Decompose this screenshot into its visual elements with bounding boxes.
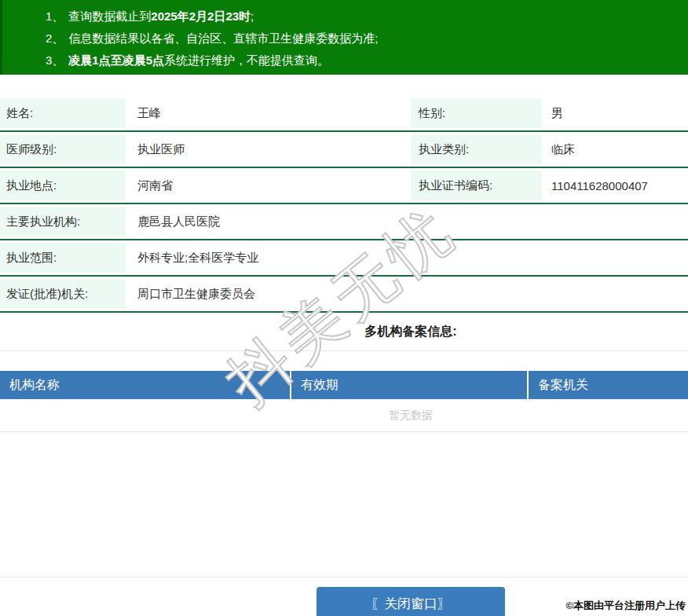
- notice-number: 3、: [46, 53, 64, 67]
- field-label-text: 执业地点:: [0, 178, 57, 193]
- field-label-text: 执业范围:: [0, 251, 57, 266]
- field-label-practice-location: 执业地点:: [0, 168, 126, 203]
- notice-line-3: 3、凌晨1点至凌晨5点系统进行维护，不能提供查询。: [2, 50, 688, 72]
- field-label-practice-category: 执业类别:: [411, 132, 542, 167]
- field-label-text: 姓名:: [0, 106, 33, 121]
- notice-line-2: 2、信息数据结果以各省、自治区、直辖市卫生健康委数据为准;: [2, 28, 688, 50]
- notice-text: 信息数据结果以各省、自治区、直辖市卫生健康委数据为准;: [68, 31, 378, 45]
- field-label-text: 性别:: [411, 106, 445, 121]
- field-label-doctor-level: 医师级别:: [0, 132, 126, 167]
- table-row: 姓名: 王峰 性别: 男: [0, 96, 688, 132]
- field-value-practice-scope: 外科专业;全科医学专业: [126, 240, 688, 275]
- record-table-header-authority: 备案机关: [529, 371, 688, 399]
- record-table-header: 机构名称 有效期 备案机关: [0, 371, 688, 399]
- field-label-gender: 性别:: [411, 96, 542, 130]
- record-table-empty-state: 暂无数据: [0, 399, 688, 432]
- field-label-text: 执业类别:: [411, 142, 469, 157]
- record-table-header-validity: 有效期: [291, 371, 529, 399]
- field-value-doctor-level: 执业医师: [126, 132, 411, 167]
- notice-text: 查询数据截止到: [68, 9, 151, 23]
- notice-text-bold: 凌晨1点至凌晨5点: [68, 53, 164, 67]
- field-value-practice-location: 河南省: [126, 168, 411, 203]
- field-label-text: 主要执业机构:: [0, 214, 80, 229]
- table-row: 医师级别: 执业医师 执业类别: 临床: [0, 132, 688, 168]
- notice-line-1: 1、查询数据截止到2025年2月2日23时;: [2, 6, 688, 28]
- close-window-button[interactable]: 〖关闭窗口〗: [317, 587, 505, 616]
- notice-number: 2、: [46, 31, 64, 45]
- upload-stamp: ©本图由平台注册用户上传: [565, 599, 686, 613]
- field-label-main-institution: 主要执业机构:: [0, 204, 126, 239]
- field-value-name: 王峰: [126, 96, 411, 130]
- notice-text: 系统进行维护，不能提供查询。: [164, 53, 329, 67]
- footer-divider: [0, 577, 688, 578]
- multi-institution-section-title: 多机构备案信息:: [0, 313, 688, 351]
- field-value-gender: 男: [542, 96, 688, 130]
- table-row: 主要执业机构: 鹿邑县人民医院: [0, 204, 688, 240]
- field-value-certificate-number: 110411628000407: [542, 168, 688, 203]
- table-row: 发证(批准)机关: 周口市卫生健康委员会: [0, 277, 688, 313]
- content-container: 姓名: 王峰 性别: 男 医师级别: 执业医师 执业类别: 临床 执业地点: 河…: [0, 96, 688, 432]
- practitioner-info-table: 姓名: 王峰 性别: 男 医师级别: 执业医师 执业类别: 临床 执业地点: 河…: [0, 96, 688, 313]
- field-value-practice-category: 临床: [542, 132, 688, 167]
- field-label-text: 执业证书编码:: [411, 178, 492, 193]
- notice-text: ;: [251, 9, 254, 23]
- query-result-page: 1、查询数据截止到2025年2月2日23时; 2、信息数据结果以各省、自治区、直…: [0, 0, 688, 616]
- field-label-text: 医师级别:: [0, 142, 57, 157]
- notice-text-bold: 2025年2月2日23时: [151, 9, 251, 23]
- table-row: 执业地点: 河南省 执业证书编码: 110411628000407: [0, 168, 688, 204]
- notice-number: 1、: [46, 9, 64, 23]
- field-label-certificate-number: 执业证书编码:: [411, 168, 542, 203]
- notice-banner: 1、查询数据截止到2025年2月2日23时; 2、信息数据结果以各省、自治区、直…: [0, 0, 688, 75]
- field-value-issuing-authority: 周口市卫生健康委员会: [126, 277, 688, 311]
- field-value-main-institution: 鹿邑县人民医院: [126, 204, 688, 239]
- table-row: 执业范围: 外科专业;全科医学专业: [0, 240, 688, 277]
- field-label-practice-scope: 执业范围:: [0, 240, 126, 275]
- field-label-name: 姓名:: [0, 96, 126, 130]
- field-label-text: 发证(批准)机关:: [0, 287, 88, 302]
- field-label-issuing-authority: 发证(批准)机关:: [0, 277, 126, 311]
- record-table-header-institution: 机构名称: [0, 371, 291, 399]
